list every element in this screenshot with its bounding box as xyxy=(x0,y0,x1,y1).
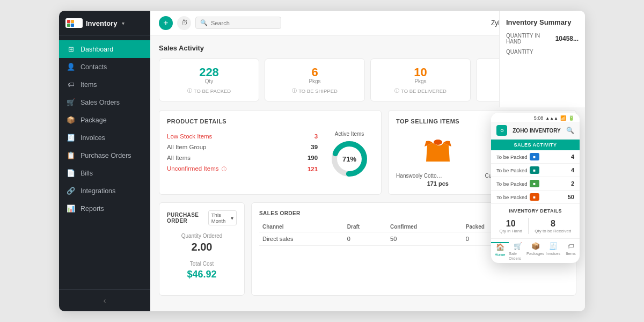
mobile-row-2-label: To be Packed ■ xyxy=(496,180,539,187)
top-bar-left: + ⏱ 🔍 xyxy=(159,16,281,30)
svg-rect-0 xyxy=(67,20,70,23)
history-button[interactable]: ⏱ xyxy=(177,16,191,30)
sidebar-item-label: Purchase Orders xyxy=(80,152,131,159)
delivered-unit: Pkgs xyxy=(378,78,463,84)
svg-rect-3 xyxy=(71,24,74,27)
mobile-nav-packages[interactable]: 📦 Packages xyxy=(526,242,544,261)
sidebar-item-reports[interactable]: 📊 Reports xyxy=(59,200,150,217)
mobile-nav-sales[interactable]: 🛒 Sale Orders xyxy=(509,242,526,261)
low-stock-value: 3 xyxy=(314,133,318,140)
mobile-inv-stat-0: 10 Qty in Hand xyxy=(500,219,522,233)
sidebar-item-dashboard[interactable]: ⊞ Dashboard xyxy=(59,40,150,58)
po-title: PURCHASE ORDER xyxy=(167,212,208,224)
mobile-badge-0: ■ xyxy=(530,153,539,160)
sales-orders-icon: 🛒 xyxy=(67,98,75,106)
delivered-value: 10 xyxy=(414,65,427,79)
sidebar-collapse-button[interactable]: ‹ xyxy=(104,296,106,305)
sidebar-item-label: Items xyxy=(80,81,97,89)
sidebar-chevron-icon[interactable]: ▾ xyxy=(122,20,125,26)
po-filter-dropdown[interactable]: This Month ▾ xyxy=(208,210,237,225)
mobile-row-0: To be Packed ■ 4 xyxy=(491,150,580,164)
mobile-nav-items[interactable]: 🏷 Items xyxy=(562,242,580,261)
donut-percentage: 71% xyxy=(342,155,356,163)
items-nav-icon: 🏷 xyxy=(567,242,574,250)
sidebar-item-package[interactable]: 📦 Package xyxy=(59,111,150,129)
search-icon: 🔍 xyxy=(200,19,208,26)
dashboard-icon: ⊞ xyxy=(67,45,75,53)
mobile-overlay: 5:08 ▲▲▲ 📶 🔋 ⚙ ZOHO INVENTORY 🔍 SALES AC… xyxy=(491,113,580,263)
product-details-list: Low Stock Items 3 All Item Group 39 All … xyxy=(167,131,318,178)
mobile-app-header: ⚙ ZOHO INVENTORY 🔍 xyxy=(491,122,580,140)
all-items-value: 190 xyxy=(308,155,318,161)
mobile-row-3: To be Packed ■ 50 xyxy=(491,191,580,204)
shipped-label: ⓘ TO BE SHIPPED xyxy=(273,87,357,94)
po-total-cost: Total Cost $46.92 xyxy=(167,261,237,280)
donut-wrap: Active Items 71% xyxy=(325,131,374,178)
shipped-value: 6 xyxy=(311,65,318,79)
add-button[interactable]: + xyxy=(159,16,173,30)
sidebar-item-contacts[interactable]: 👤 Contacts xyxy=(59,58,150,76)
mobile-section-title: SALES ACTIVITY xyxy=(491,140,580,150)
mobile-inv-label-0: Qty in Hand xyxy=(500,229,522,233)
reports-icon: 📊 xyxy=(67,204,75,213)
mobile-time: 5:08 xyxy=(534,115,544,121)
unconfirmed-info-icon: ⓘ xyxy=(222,166,226,172)
packed-label: ⓘ TO BE PACKED xyxy=(167,87,251,94)
product-details-card: PRODUCT DETAILS Low Stock Items 3 All It… xyxy=(159,110,382,195)
item-group-label: All Item Group xyxy=(167,144,207,150)
sidebar-item-label: Invoices xyxy=(80,134,105,142)
contacts-icon: 👤 xyxy=(67,63,75,71)
inv-qty-label: QUANTITY xyxy=(506,49,533,55)
search-input[interactable] xyxy=(211,20,276,26)
sidebar-bottom: ‹ xyxy=(59,289,150,311)
pd-row-allitems: All Items 190 xyxy=(167,152,318,163)
mobile-row-3-val: 50 xyxy=(568,194,574,200)
inv-qty-hand-value: 10458... xyxy=(555,35,579,42)
mobile-search-icon[interactable]: 🔍 xyxy=(566,127,574,134)
inv-row-qty: QUANTITY xyxy=(506,49,579,55)
sidebar-item-integrations[interactable]: 🔗 Integrations xyxy=(59,182,150,200)
info-icon: ⓘ xyxy=(187,87,192,94)
low-stock-label[interactable]: Low Stock Items xyxy=(167,133,212,140)
mobile-signal-icon: ▲▲▲ xyxy=(545,116,558,121)
sidebar-item-bills[interactable]: 📄 Bills xyxy=(59,164,150,182)
sidebar-item-label: Sales Orders xyxy=(80,99,120,106)
invoices-icon: 🧾 xyxy=(67,134,75,142)
mobile-nav-invoices[interactable]: 🧾 Invoices xyxy=(544,242,562,261)
sidebar-item-purchase-orders[interactable]: 📋 Purchase Orders xyxy=(59,147,150,164)
so-channel: Direct sales xyxy=(259,232,344,246)
packages-icon: 📦 xyxy=(531,242,540,250)
po-qty-ordered: Quantity Ordered 2.00 xyxy=(167,233,237,253)
po-header: PURCHASE ORDER This Month ▾ xyxy=(167,210,237,225)
sidebar-item-items[interactable]: 🏷 Items xyxy=(59,76,150,93)
packed-unit: Qty xyxy=(167,78,251,84)
mobile-row-0-val: 4 xyxy=(571,153,574,160)
bills-icon: 📄 xyxy=(67,169,75,177)
mobile-wifi-icon: 📶 xyxy=(560,115,566,121)
info-icon: ⓘ xyxy=(292,87,297,94)
mobile-row-2-val: 2 xyxy=(571,180,574,187)
donut-chart: 71% xyxy=(331,140,368,178)
sidebar-item-label: Bills xyxy=(80,170,93,177)
mobile-row-0-label: To be Packed ■ xyxy=(496,153,539,160)
sidebar-item-sales-orders[interactable]: 🛒 Sales Orders xyxy=(59,93,150,111)
sidebar-item-invoices[interactable]: 🧾 Invoices xyxy=(59,129,150,147)
activity-card-shipped: 6 Pkgs ⓘ TO BE SHIPPED xyxy=(265,58,365,101)
sidebar-item-label: Package xyxy=(80,116,107,124)
mobile-inv-label-1: Qty to be Received xyxy=(535,229,571,233)
all-items-label: All Items xyxy=(167,155,191,161)
sidebar-item-label: Dashboard xyxy=(80,46,113,53)
sidebar-header: Inventory ▾ xyxy=(59,11,150,36)
ts-item-1-qty: 171 pcs xyxy=(396,180,479,187)
donut-label: Active Items xyxy=(335,131,364,137)
mobile-app-name: ZOHO INVENTORY xyxy=(513,128,560,134)
zoho-logo xyxy=(65,18,83,28)
sidebar-item-label: Integrations xyxy=(80,187,115,195)
so-draft: 0 xyxy=(344,232,387,246)
unconfirmed-label: Unconfirmed Items ⓘ xyxy=(167,165,226,173)
so-col-draft: Draft xyxy=(344,222,387,232)
mobile-row-1: To be Packed ■ 4 xyxy=(491,164,580,177)
mobile-app-icon: ⚙ xyxy=(496,125,507,136)
mobile-nav-home[interactable]: 🏠 Home xyxy=(491,242,509,261)
mobile-inv-divider xyxy=(528,218,529,234)
